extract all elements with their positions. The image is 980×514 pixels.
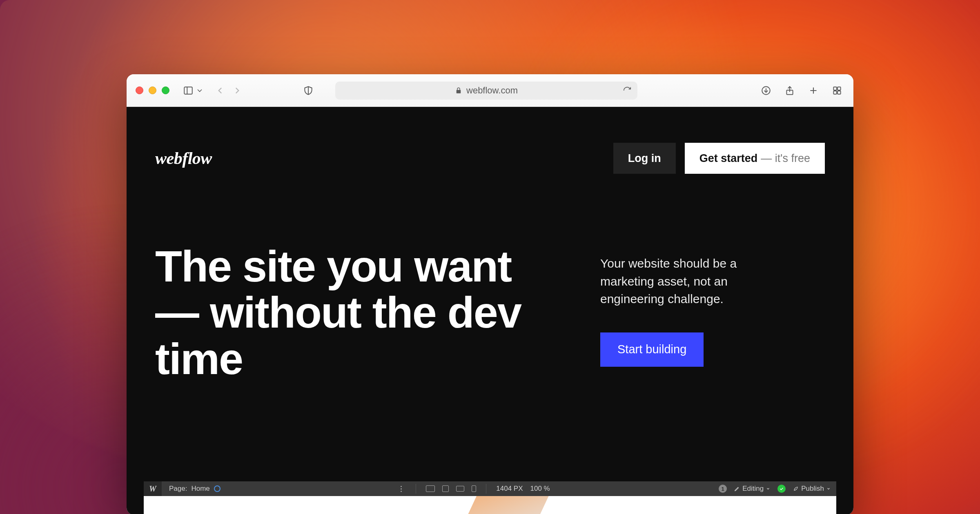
plus-icon: [808, 85, 819, 96]
status-dot-icon: [214, 485, 220, 492]
sidebar-icon: [183, 85, 194, 96]
editor-page-selector[interactable]: Page: Home: [162, 485, 228, 493]
svg-rect-11: [837, 91, 841, 94]
tab-overview-button[interactable]: [830, 83, 844, 98]
editing-label: Editing: [742, 485, 764, 493]
grid-icon: [832, 85, 842, 96]
webflow-logo[interactable]: webflow: [155, 148, 212, 168]
download-icon: [761, 85, 771, 96]
shield-icon: [303, 85, 314, 96]
share-button[interactable]: [782, 83, 797, 98]
minimize-window-button[interactable]: [149, 86, 156, 94]
maximize-window-button[interactable]: [162, 86, 169, 94]
svg-rect-9: [837, 87, 841, 90]
close-window-button[interactable]: [136, 86, 143, 94]
get-started-label: Get started: [699, 152, 758, 165]
chevron-left-icon: [215, 85, 225, 96]
canvas-width-label: 1404 PX: [496, 485, 523, 493]
svg-rect-10: [833, 91, 837, 94]
rocket-icon: [793, 486, 799, 492]
editor-canvas-preview: [144, 496, 836, 514]
editor-page-name: Home: [191, 485, 209, 493]
editing-mode-dropdown[interactable]: Editing: [734, 485, 770, 493]
publish-dropdown[interactable]: Publish: [793, 485, 831, 493]
editor-more-menu[interactable]: [396, 486, 406, 492]
sidebar-dropdown-button[interactable]: [196, 83, 204, 98]
start-building-button[interactable]: Start building: [600, 332, 704, 367]
collaborator-count-badge[interactable]: 1: [719, 485, 727, 493]
site-header: webflow Log in Get started — it's free: [155, 143, 825, 174]
get-started-suffix: — it's free: [761, 152, 810, 165]
divider: [416, 484, 416, 494]
phone-breakpoint-button[interactable]: [472, 485, 476, 492]
login-button[interactable]: Log in: [613, 143, 676, 174]
desktop-breakpoint-button[interactable]: [426, 485, 435, 492]
share-icon: [784, 85, 795, 96]
chevron-down-icon: [826, 487, 831, 491]
window-controls: [136, 86, 169, 94]
get-started-button[interactable]: Get started — it's free: [685, 143, 825, 174]
editor-toolbar: W Page: Home 1404 PX 100 %: [144, 481, 836, 496]
svg-rect-8: [833, 87, 837, 90]
zoom-label: 100 %: [530, 485, 550, 493]
address-bar[interactable]: webflow.com: [335, 82, 637, 100]
chevron-down-icon: [196, 85, 204, 96]
hero-section: The site you want — without the dev time…: [155, 243, 825, 382]
tablet-portrait-breakpoint-button[interactable]: [442, 485, 449, 492]
hero-subtext: Your website should be a marketing asset…: [600, 255, 776, 308]
url-text: webflow.com: [466, 85, 518, 96]
downloads-button[interactable]: [759, 83, 773, 98]
divider: [486, 484, 486, 494]
new-tab-button[interactable]: [806, 83, 821, 98]
page-content: webflow Log in Get started — it's free T…: [127, 107, 853, 514]
hero-headline: The site you want — without the dev time: [155, 243, 555, 382]
editor-page-prefix: Page:: [169, 485, 187, 493]
webflow-mark-icon[interactable]: W: [144, 481, 162, 496]
forward-button[interactable]: [230, 83, 245, 98]
reload-icon[interactable]: [623, 86, 632, 95]
status-ok-icon: [777, 485, 786, 493]
sidebar-toggle-button[interactable]: [181, 83, 196, 98]
tablet-landscape-breakpoint-button[interactable]: [456, 486, 464, 492]
safari-toolbar: webflow.com: [127, 74, 853, 107]
canvas-shape-graphic: [466, 496, 552, 514]
back-button[interactable]: [213, 83, 227, 98]
svg-rect-0: [184, 87, 192, 94]
chevron-down-icon: [766, 487, 770, 491]
webflow-editor-preview: W Page: Home 1404 PX 100 %: [144, 481, 836, 514]
publish-label: Publish: [801, 485, 824, 493]
lock-icon: [455, 87, 462, 94]
privacy-report-button[interactable]: [301, 83, 316, 98]
pencil-icon: [734, 486, 740, 492]
chevron-right-icon: [232, 85, 243, 96]
browser-window: webflow.com webflow Log in: [127, 74, 853, 514]
